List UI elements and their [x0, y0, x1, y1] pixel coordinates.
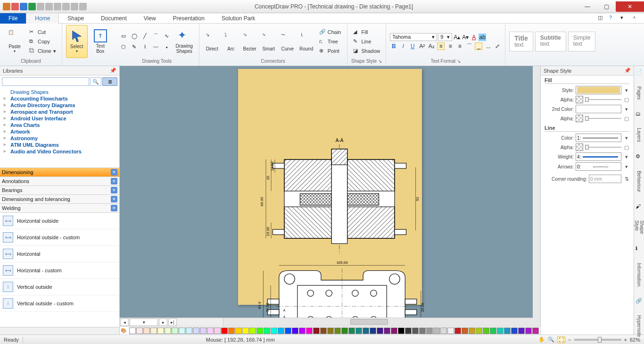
color-swatch[interactable]: [363, 327, 369, 334]
decrease-font-icon[interactable]: A▾: [462, 34, 469, 41]
qat-icon[interactable]: [71, 3, 78, 10]
cut-button[interactable]: ✂Cut: [27, 28, 58, 36]
color-swatch[interactable]: [384, 327, 390, 334]
color-swatch[interactable]: [264, 327, 270, 334]
qat-icon[interactable]: [28, 3, 36, 10]
view-toggle-button[interactable]: ≣: [102, 77, 117, 86]
close-button[interactable]: ✕: [616, 1, 644, 12]
color-swatch[interactable]: [483, 327, 489, 334]
zoom-in-button[interactable]: +: [624, 337, 627, 343]
align-top-button[interactable]: ⎴: [465, 42, 473, 50]
color-swatch[interactable]: [511, 327, 518, 334]
info-tab-icon[interactable]: ℹ: [636, 245, 643, 252]
preset-subtitle[interactable]: Subtitletext: [535, 32, 566, 52]
file-tab[interactable]: File: [0, 13, 26, 24]
alpha-more-icon[interactable]: ▢: [623, 97, 630, 103]
line-color-select[interactable]: 1:: [576, 134, 621, 142]
tree-button[interactable]: ⎌Tree: [317, 37, 343, 46]
align-center-button[interactable]: ≡: [446, 42, 454, 50]
tool-point[interactable]: •: [162, 42, 172, 52]
line-weight-select[interactable]: 4:: [576, 152, 621, 161]
zoom-out-button[interactable]: −: [568, 337, 571, 343]
chain-button[interactable]: 🔗Chain: [317, 28, 343, 36]
color-swatch[interactable]: [143, 327, 150, 334]
fill-alpha-slider[interactable]: [585, 96, 621, 103]
layers-tab-icon[interactable]: 🗂: [636, 111, 643, 117]
superscript-button[interactable]: A²: [418, 42, 426, 50]
drawing-shapes-button[interactable]: ✦ Drawing Shapes: [173, 25, 195, 58]
color-swatch[interactable]: [391, 327, 397, 334]
color-swatch[interactable]: [165, 327, 171, 334]
close-icon[interactable]: ✕: [111, 196, 117, 202]
window-icon[interactable]: ◫: [598, 15, 605, 22]
color-swatch[interactable]: [377, 327, 383, 334]
tab-home[interactable]: Home: [26, 13, 59, 24]
tool-poly[interactable]: ⬠: [119, 42, 128, 52]
color-swatch[interactable]: [157, 327, 164, 334]
pages-tab-icon[interactable]: 📄: [636, 69, 643, 75]
shape-item[interactable]: ⟷Horizontal - custom: [0, 262, 119, 279]
stencil-tab-welding[interactable]: Welding✕: [0, 204, 119, 213]
color-swatch[interactable]: [476, 327, 482, 334]
collapse-ribbon-icon[interactable]: ＾: [632, 15, 639, 22]
qat-icon[interactable]: [62, 3, 70, 10]
tab-behaviour[interactable]: Behaviour: [636, 168, 643, 195]
page-prev-button[interactable]: ◂: [120, 319, 129, 326]
text-direction-button[interactable]: ⤢: [494, 42, 501, 50]
page-last-button[interactable]: ▸|: [168, 319, 177, 326]
shape-item[interactable]: ↕Vertical outside: [0, 279, 119, 295]
left-hscroll[interactable]: [0, 327, 119, 335]
fit-page-icon[interactable]: ⛶: [557, 336, 565, 343]
color-swatch[interactable]: [228, 327, 235, 334]
color-swatch[interactable]: [419, 327, 426, 334]
qat-icon[interactable]: [11, 3, 19, 10]
color-swatch[interactable]: [398, 327, 405, 334]
corner-rounding-input[interactable]: 0 mm: [589, 175, 621, 183]
increase-font-icon[interactable]: A▴: [453, 34, 461, 41]
tab-view[interactable]: View: [135, 13, 165, 24]
tab-document[interactable]: Document: [92, 13, 135, 24]
canvas-viewport[interactable]: A-A: [120, 66, 540, 318]
color-swatch[interactable]: [136, 327, 143, 334]
alpha-more-icon[interactable]: ▢: [623, 116, 630, 122]
second-alpha-slider[interactable]: [585, 115, 621, 122]
color-swatch[interactable]: [235, 327, 242, 334]
shape-item[interactable]: ⟷Horizontal outside - custom: [0, 229, 119, 246]
color-swatch[interactable]: [440, 327, 447, 334]
color-swatch[interactable]: [341, 327, 348, 334]
tab-layers[interactable]: Layers: [636, 125, 643, 145]
line-button[interactable]: ✎Line: [351, 37, 382, 46]
color-swatch[interactable]: [412, 327, 419, 334]
chevron-down-icon[interactable]: ▾: [623, 164, 630, 170]
font-color-icon[interactable]: A: [470, 34, 478, 41]
color-swatch[interactable]: [292, 327, 298, 334]
align-left-button[interactable]: ≡: [437, 42, 445, 50]
close-icon[interactable]: ✕: [111, 205, 117, 211]
color-swatch[interactable]: [172, 327, 178, 334]
close-icon[interactable]: ✕: [111, 178, 117, 185]
color-swatch[interactable]: [256, 327, 263, 334]
tool-spline[interactable]: 〰: [151, 42, 161, 52]
align-right-button[interactable]: ≡: [456, 42, 463, 50]
color-swatch[interactable]: [532, 327, 539, 334]
tree-item[interactable]: Artwork: [0, 128, 119, 135]
alpha-more-icon[interactable]: ▢: [623, 144, 630, 151]
tree-item[interactable]: Android User Interface: [0, 115, 119, 122]
arrows-select[interactable]: 0:○───○: [576, 162, 621, 171]
tab-shape[interactable]: Shape: [59, 13, 92, 24]
stencil-tab-dim-tol[interactable]: Dimensioning and tolerancing✕: [0, 195, 119, 204]
color-swatch[interactable]: [490, 327, 496, 334]
pin-icon[interactable]: 📌: [110, 67, 116, 74]
stencil-shape-list[interactable]: ⟷Horizontal outside ⟷Horizontal outside …: [0, 213, 119, 327]
color-swatch[interactable]: [462, 327, 468, 334]
color-swatch[interactable]: [469, 327, 475, 334]
color-swatch[interactable]: [497, 327, 504, 334]
underline-button[interactable]: U: [409, 42, 416, 50]
tool-free[interactable]: ✎: [130, 42, 139, 52]
color-swatch[interactable]: [299, 327, 305, 334]
qat-icon[interactable]: [79, 3, 87, 10]
line-alpha-slider[interactable]: [585, 144, 621, 151]
qat-icon[interactable]: [20, 3, 27, 10]
tab-solution-park[interactable]: Solution Park: [213, 13, 264, 24]
shape-item[interactable]: ↕Vertical outside - custom: [0, 295, 119, 312]
